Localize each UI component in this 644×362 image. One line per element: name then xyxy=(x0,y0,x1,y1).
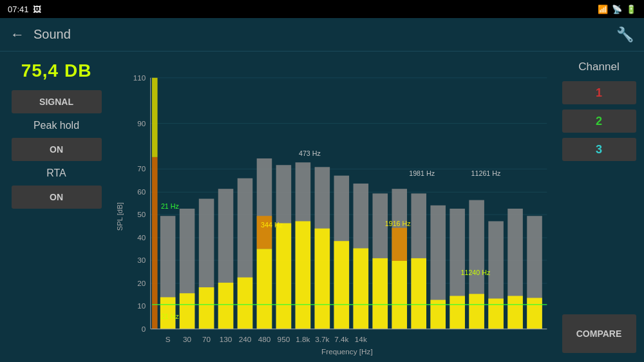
svg-text:3.7k: 3.7k xyxy=(315,336,329,343)
rta-on-button[interactable]: ON xyxy=(12,186,102,209)
svg-text:130: 130 xyxy=(220,336,232,343)
svg-rect-50 xyxy=(392,228,407,261)
wifi-icon: 📶 xyxy=(598,5,608,14)
left-panel: 75,4 DB SIGNAL Peak hold ON RTA ON xyxy=(0,52,113,362)
svg-text:14k: 14k xyxy=(355,336,367,343)
peak-hold-on-button[interactable]: ON xyxy=(12,138,102,161)
svg-text:1.8k: 1.8k xyxy=(296,336,310,343)
svg-text:950: 950 xyxy=(278,336,290,343)
channel-label: Channel xyxy=(578,61,619,73)
svg-text:SPL [dB]: SPL [dB] xyxy=(116,202,124,231)
chart-area: 110 90 70 60 50 40 30 xyxy=(113,52,554,362)
svg-text:473 Hz: 473 Hz xyxy=(299,150,321,157)
svg-text:480: 480 xyxy=(258,336,271,343)
svg-text:60: 60 xyxy=(137,189,146,196)
svg-text:110: 110 xyxy=(133,74,146,82)
status-bar: 07:41 🖼 📶 📡 🔋 xyxy=(0,0,644,18)
main-content: 75,4 DB SIGNAL Peak hold ON RTA ON 110 9… xyxy=(0,52,644,362)
svg-rect-33 xyxy=(238,278,253,329)
channel-1-button[interactable]: 1 xyxy=(562,81,636,104)
svg-text:50: 50 xyxy=(137,211,146,219)
svg-text:Frequency [Hz]: Frequency [Hz] xyxy=(321,348,373,356)
svg-rect-29 xyxy=(199,287,214,329)
svg-rect-63 xyxy=(507,296,523,329)
svg-text:S: S xyxy=(166,336,171,343)
svg-rect-44 xyxy=(334,241,350,329)
svg-text:21 Hz: 21 Hz xyxy=(161,313,179,320)
svg-text:344 Hz: 344 Hz xyxy=(261,222,283,229)
signal-icon: 📡 xyxy=(612,5,622,14)
svg-rect-27 xyxy=(180,293,195,329)
battery-icon: 🔋 xyxy=(626,5,636,14)
channel-2-button[interactable]: 2 xyxy=(562,110,636,133)
svg-text:70: 70 xyxy=(202,336,211,343)
top-bar: ← Sound 🔧 xyxy=(0,18,644,52)
rta-label: RTA xyxy=(46,167,66,179)
svg-text:70: 70 xyxy=(137,166,146,173)
frequency-chart: 110 90 70 60 50 40 30 xyxy=(113,58,554,362)
svg-rect-36 xyxy=(257,249,272,329)
svg-text:1916 Hz: 1916 Hz xyxy=(385,220,411,227)
back-button[interactable]: ← xyxy=(10,26,24,43)
svg-rect-38 xyxy=(276,224,292,329)
svg-rect-31 xyxy=(218,283,234,329)
photo-icon: 🖼 xyxy=(33,5,41,14)
channel-3-button[interactable]: 3 xyxy=(562,138,636,161)
right-panel: Channel 1 2 3 COMPARE xyxy=(554,52,644,362)
svg-rect-48 xyxy=(373,258,388,329)
svg-rect-59 xyxy=(469,294,484,329)
svg-text:90: 90 xyxy=(137,120,146,128)
page-title: Sound xyxy=(33,27,616,42)
svg-rect-57 xyxy=(450,296,465,329)
svg-rect-65 xyxy=(527,298,542,329)
svg-text:30: 30 xyxy=(183,336,191,343)
db-reading: 75,4 DB xyxy=(21,61,92,81)
svg-rect-51 xyxy=(392,261,407,329)
svg-text:240: 240 xyxy=(239,336,252,343)
svg-text:7.4k: 7.4k xyxy=(334,336,348,343)
svg-text:11240 Hz: 11240 Hz xyxy=(461,269,491,276)
peak-hold-label: Peak hold xyxy=(33,120,79,131)
compare-button[interactable]: COMPARE xyxy=(562,314,636,353)
svg-text:30: 30 xyxy=(137,256,146,264)
svg-text:20: 20 xyxy=(137,280,146,287)
svg-text:10: 10 xyxy=(137,302,146,310)
signal-button[interactable]: SIGNAL xyxy=(12,90,102,113)
settings-icon[interactable]: 🔧 xyxy=(616,26,634,43)
svg-rect-46 xyxy=(354,249,369,329)
svg-text:11261 Hz: 11261 Hz xyxy=(471,170,501,177)
svg-rect-22 xyxy=(152,157,158,329)
svg-rect-53 xyxy=(411,258,426,329)
svg-text:40: 40 xyxy=(137,234,146,242)
svg-rect-61 xyxy=(488,298,504,329)
svg-text:21 Hz: 21 Hz xyxy=(161,203,179,210)
svg-text:0: 0 xyxy=(142,325,146,333)
svg-rect-40 xyxy=(296,221,311,329)
time-display: 07:41 xyxy=(8,5,29,14)
svg-rect-42 xyxy=(315,229,330,329)
svg-text:1981 Hz: 1981 Hz xyxy=(409,170,435,177)
svg-rect-23 xyxy=(152,78,158,157)
